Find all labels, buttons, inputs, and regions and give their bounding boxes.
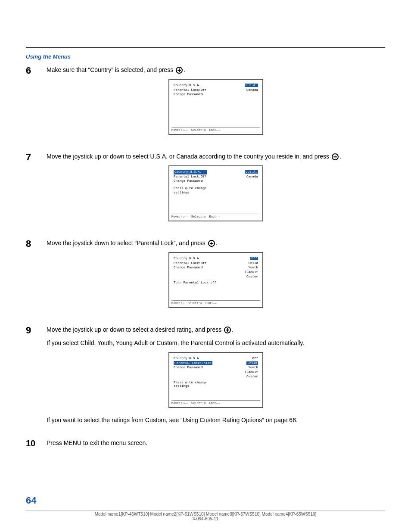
step-9-block: 9 Move the joystick up or down to select…: [26, 325, 385, 429]
step-7-block: 7 Move the joystick up or down to select…: [26, 152, 385, 229]
step-6-content: Make sure that “Country” is selected, an…: [47, 65, 385, 143]
tv-inner-4: Country:U.S.A. Parental Lock:Child Chang…: [169, 353, 262, 407]
section-heading: Using the Menus: [26, 53, 71, 60]
step-9-note: If you want to select the ratings from C…: [47, 416, 385, 425]
step-8-block: 8 Move the joystick down to select “Pare…: [26, 239, 385, 316]
tv-screen-4: Country:U.S.A. Parental Lock:Child Chang…: [168, 352, 263, 408]
step-7-content: Move the joystick up or down to select U…: [47, 152, 385, 229]
screen-1-wrap: Country:U.S.A. Parental Lock:Off Change …: [47, 79, 385, 135]
tv-bottom-bar-2: Move:↑↓←→ Select:◎ End:←→: [171, 214, 260, 218]
step-9-subtext: If you select Child, Youth, Young Adult …: [47, 339, 385, 348]
step-6-block: 6 Make sure that “Country” is selected, …: [26, 65, 385, 143]
tv-screen-3: Country:U.S.A. Parental Lock:Off Change …: [168, 252, 263, 308]
step-8-content: Move the joystick down to select “Parent…: [47, 239, 385, 316]
circle-plus-icon-7: [332, 153, 339, 160]
circle-plus-icon-9: [224, 327, 231, 333]
step-10-content: Press MENU to exit the menu screen.: [47, 439, 385, 452]
tv-screen-1: Country:U.S.A. Parental Lock:Off Change …: [168, 79, 263, 135]
step-10-number: 10: [26, 439, 47, 448]
bottom-rule: [26, 510, 385, 510]
tv-screen-2: Country:U.S.A. Parental Lock:Off Change …: [168, 165, 263, 221]
step-6-number: 6: [26, 65, 47, 76]
tv-inner-2: Country:U.S.A. Parental Lock:Off Change …: [169, 166, 262, 221]
content-area: 6 Make sure that “Country” is selected, …: [26, 65, 385, 461]
tv-bottom-bar-4: Move:↑↓←→ Select:◎ End:←→: [171, 400, 260, 405]
step-6-text: Make sure that “Country” is selected, an…: [47, 65, 385, 75]
step-10-block: 10 Press MENU to exit the menu screen.: [26, 439, 385, 452]
tv-inner-1: Country:U.S.A. Parental Lock:Off Change …: [169, 80, 262, 134]
step-8-text: Move the joystick down to select “Parent…: [47, 239, 385, 248]
page-number: 64: [26, 495, 36, 506]
screen-2-wrap: Country:U.S.A. Parental Lock:Off Change …: [47, 165, 385, 221]
tv-bottom-bar-3: Move:↑↓ Select:◎ End:←→: [171, 300, 260, 305]
tv-inner-3: Country:U.S.A. Parental Lock:Off Change …: [169, 253, 262, 307]
screen-3-wrap: Country:U.S.A. Parental Lock:Off Change …: [47, 252, 385, 308]
step-7-number: 7: [26, 152, 47, 162]
step-9-text: Move the joystick up or down to select a…: [47, 325, 385, 334]
tv-bottom-bar-1: Move:↑↓←→ Select:◎ End:←→: [171, 127, 260, 132]
step-8-number: 8: [26, 239, 47, 249]
step-7-text: Move the joystick up or down to select U…: [47, 152, 385, 161]
step-9-content: Move the joystick up or down to select a…: [47, 325, 385, 429]
step-9-number: 9: [26, 325, 47, 336]
circle-plus-icon-8: [208, 240, 215, 247]
top-rule: [26, 47, 385, 48]
circle-plus-icon-6: [176, 67, 183, 74]
step-10-text: Press MENU to exit the menu screen.: [47, 439, 385, 448]
page-container: Using the Menus 6 Make sure that “Countr…: [0, 0, 411, 532]
footer-text: Model name1[KP-46WT510] Model name2[KP-5…: [0, 512, 411, 521]
screen-4-wrap: Country:U.S.A. Parental Lock:Child Chang…: [47, 352, 385, 408]
